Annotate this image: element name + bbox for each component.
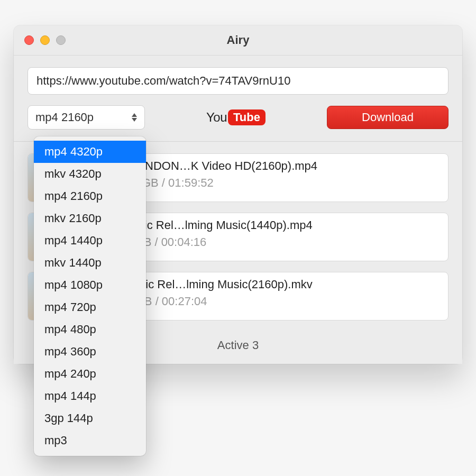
youtube-logo-tube: Tube: [228, 109, 266, 125]
download-button[interactable]: Download: [327, 106, 448, 129]
format-select[interactable]: mp4 2160p: [28, 105, 145, 130]
close-icon[interactable]: [24, 35, 34, 45]
minimize-icon[interactable]: [40, 35, 50, 45]
youtube-logo: You Tube: [206, 109, 266, 125]
toolbar: mp4 2160p You Tube Download: [14, 56, 462, 130]
url-input[interactable]: [28, 67, 448, 95]
youtube-logo-you: You: [206, 110, 227, 125]
format-option[interactable]: mkv 4320p: [34, 163, 146, 185]
format-option[interactable]: mp4 240p: [34, 363, 146, 385]
format-option[interactable]: mp4 720p: [34, 296, 146, 318]
zoom-icon[interactable]: [56, 35, 66, 45]
format-option[interactable]: mkv 1440p: [34, 252, 146, 274]
format-option[interactable]: 3gp 144p: [34, 407, 146, 429]
format-select-value: mp4 2160p: [35, 111, 94, 124]
stepper-icon: [132, 113, 139, 122]
format-option[interactable]: mp4 1080p: [34, 274, 146, 296]
format-option[interactable]: mkv 2160p: [34, 207, 146, 230]
format-dropdown: mp4 4320pmkv 4320pmp4 2160pmkv 2160pmp4 …: [34, 136, 146, 456]
window-controls: [24, 35, 66, 45]
format-option[interactable]: mp4 360p: [34, 341, 146, 363]
titlebar: Airy: [14, 25, 462, 56]
format-option[interactable]: mp4 1440p: [34, 230, 146, 252]
format-option[interactable]: mp4 480p: [34, 318, 146, 341]
format-option[interactable]: mp4 4320p: [34, 141, 146, 163]
format-option[interactable]: mp4 2160p: [34, 185, 146, 207]
window-title: Airy: [14, 33, 462, 47]
format-option[interactable]: mp4 144p: [34, 385, 146, 407]
format-option[interactable]: mp3: [34, 429, 146, 452]
